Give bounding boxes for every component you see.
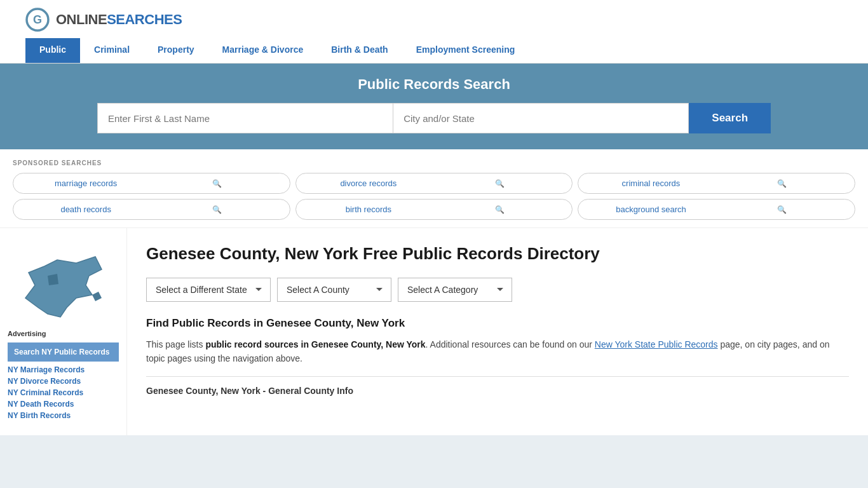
search-banner: Public Records Search Search xyxy=(0,64,868,149)
logo-text-online: ONLINE xyxy=(56,11,107,28)
body-text-2: . Additional resources can be found on o… xyxy=(426,339,595,349)
sidebar-link-criminal[interactable]: NY Criminal Records xyxy=(8,388,119,397)
search-icon-death: 🔍 xyxy=(153,205,280,214)
search-icon-birth: 🔍 xyxy=(436,205,563,214)
nav-item-public[interactable]: Public xyxy=(25,38,80,63)
nav-item-employment[interactable]: Employment Screening xyxy=(402,38,529,63)
nav-item-criminal[interactable]: Criminal xyxy=(80,38,144,63)
svg-marker-4 xyxy=(48,274,58,285)
main-content: Genesee County, New York Free Public Rec… xyxy=(127,228,868,435)
search-icon-background: 🔍 xyxy=(719,205,846,214)
svg-marker-2 xyxy=(25,257,102,317)
general-info-heading: Genesee County, New York - General Count… xyxy=(146,376,849,396)
search-icon-marriage: 🔍 xyxy=(153,179,280,188)
state-dropdown[interactable]: Select a Different State xyxy=(146,278,271,302)
ad-highlighted[interactable]: Search NY Public Records xyxy=(8,342,119,362)
logo-text-searches: SEARCHES xyxy=(107,11,182,28)
name-input[interactable] xyxy=(97,103,393,133)
logo-area: G ONLINE SEARCHES xyxy=(25,8,843,32)
category-dropdown[interactable]: Select A Category xyxy=(398,278,512,302)
svg-marker-3 xyxy=(92,292,102,301)
body-bold-1: public record sources in Genesee County,… xyxy=(205,339,425,349)
search-icon-divorce: 🔍 xyxy=(436,179,563,188)
body-paragraph: This page lists public record sources in… xyxy=(146,337,849,366)
sidebar-link-death[interactable]: NY Death Records xyxy=(8,400,119,409)
page-title: Genesee County, New York Free Public Rec… xyxy=(146,243,849,265)
location-input[interactable] xyxy=(393,103,689,133)
sponsored-tag-label-marriage: marriage records xyxy=(22,179,149,188)
sponsored-tag-label-death: death records xyxy=(22,205,149,214)
sidebar-link-marriage[interactable]: NY Marriage Records xyxy=(8,365,119,374)
svg-text:G: G xyxy=(33,13,42,26)
search-icon-criminal: 🔍 xyxy=(719,179,846,188)
body-link[interactable]: New York State Public Records xyxy=(595,339,718,349)
site-header: G ONLINE SEARCHES Public Criminal Proper… xyxy=(0,0,868,64)
sponsored-tag-birth[interactable]: birth records 🔍 xyxy=(295,199,573,220)
nav-item-property[interactable]: Property xyxy=(144,38,208,63)
nav-item-birth[interactable]: Birth & Death xyxy=(317,38,402,63)
sponsored-section: SPONSORED SEARCHES marriage records 🔍 di… xyxy=(0,149,868,228)
sponsored-tag-death[interactable]: death records 🔍 xyxy=(13,199,290,220)
dropdowns-row: Select a Different State Select A County… xyxy=(146,278,849,302)
advertising-label: Advertising xyxy=(8,330,119,337)
sponsored-tag-marriage[interactable]: marriage records 🔍 xyxy=(13,173,290,194)
page-body: Advertising Search NY Public Records NY … xyxy=(0,228,868,435)
sponsored-tag-background[interactable]: background search 🔍 xyxy=(578,199,855,220)
sponsored-tag-label-background: background search xyxy=(587,205,714,214)
ny-state-map xyxy=(13,247,114,323)
sidebar-col: Advertising Search NY Public Records NY … xyxy=(0,228,127,435)
find-heading: Find Public Records in Genesee County, N… xyxy=(146,317,849,330)
sponsored-tag-label-divorce: divorce records xyxy=(305,179,432,188)
sponsored-tag-criminal[interactable]: criminal records 🔍 xyxy=(578,173,855,194)
main-nav: Public Criminal Property Marriage & Divo… xyxy=(25,38,843,63)
body-text-1: This page lists xyxy=(146,339,205,349)
logo-icon: G xyxy=(25,8,50,32)
search-banner-title: Public Records Search xyxy=(25,76,843,93)
sponsored-grid: marriage records 🔍 divorce records 🔍 cri… xyxy=(13,173,855,220)
search-form: Search xyxy=(97,103,771,133)
nav-item-marriage[interactable]: Marriage & Divorce xyxy=(208,38,318,63)
sponsored-label: SPONSORED SEARCHES xyxy=(13,159,855,166)
sponsored-tag-label-criminal: criminal records xyxy=(587,179,714,188)
county-dropdown[interactable]: Select A County xyxy=(277,278,391,302)
search-button[interactable]: Search xyxy=(689,103,771,133)
sidebar-link-birth[interactable]: NY Birth Records xyxy=(8,411,119,420)
sponsored-tag-label-birth: birth records xyxy=(305,205,432,214)
content-area: SPONSORED SEARCHES marriage records 🔍 di… xyxy=(0,149,868,435)
sidebar-link-divorce[interactable]: NY Divorce Records xyxy=(8,377,119,386)
sponsored-tag-divorce[interactable]: divorce records 🔍 xyxy=(295,173,573,194)
